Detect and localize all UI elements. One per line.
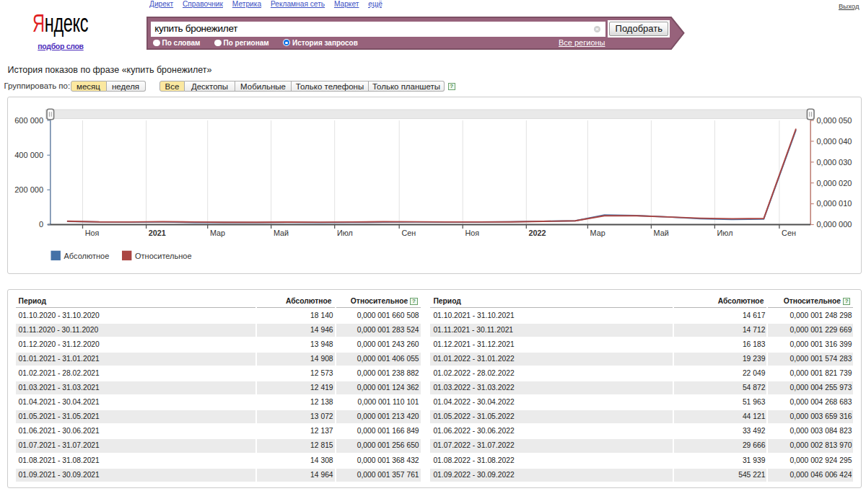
svg-text:0,000 010: 0,000 010	[817, 199, 852, 208]
svg-text:0: 0	[39, 220, 43, 229]
svg-text:2021: 2021	[149, 229, 166, 237]
svg-text:Май: Май	[274, 229, 289, 237]
svg-text:0,000 030: 0,000 030	[817, 158, 852, 167]
svg-text:Сен: Сен	[782, 229, 796, 237]
svg-text:0,000 040: 0,000 040	[817, 137, 852, 146]
svg-text:2022: 2022	[529, 229, 546, 237]
svg-text:400 000: 400 000	[14, 151, 43, 159]
svg-text:200 000: 200 000	[14, 185, 43, 194]
svg-text:Июл: Июл	[337, 229, 353, 237]
svg-text:Май: Май	[654, 229, 669, 237]
svg-text:Мар: Мар	[210, 229, 225, 237]
svg-text:Июл: Июл	[717, 229, 733, 237]
svg-text:600 000: 600 000	[14, 116, 43, 125]
svg-text:0,000 050: 0,000 050	[817, 116, 852, 125]
svg-text:Относительное: Относительное	[135, 252, 192, 260]
svg-text:0,000 000: 0,000 000	[817, 220, 852, 229]
svg-text:Мар: Мар	[590, 229, 605, 237]
svg-text:Абсолютное: Абсолютное	[64, 252, 110, 260]
svg-text:Ноя: Ноя	[465, 229, 479, 237]
svg-text:Сен: Сен	[401, 229, 416, 237]
svg-text:0,000 020: 0,000 020	[817, 179, 852, 187]
svg-text:Ноя: Ноя	[85, 229, 100, 237]
